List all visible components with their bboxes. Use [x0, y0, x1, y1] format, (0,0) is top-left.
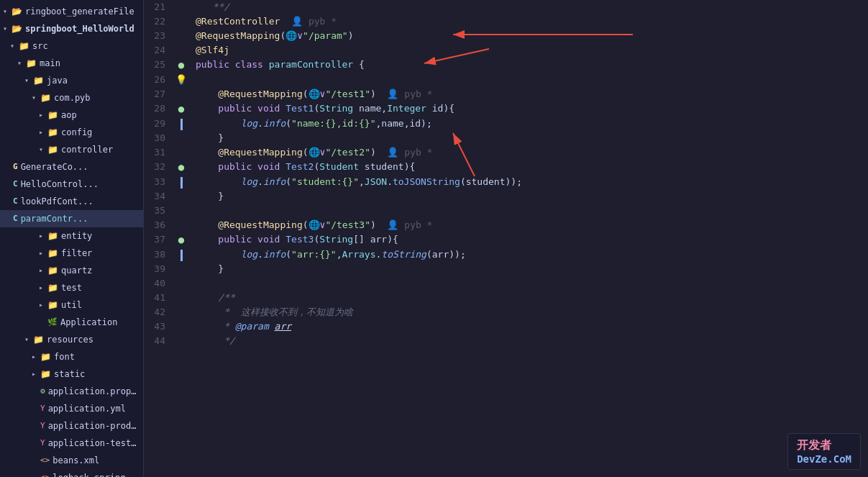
code-line-34: 34 } — [144, 189, 868, 204]
sidebar-item-resources[interactable]: 📁resources — [0, 331, 143, 348]
code-line-43: 43 * @param arr — [144, 319, 868, 334]
gutter-40[interactable] — [173, 276, 190, 291]
gutter-run-icon[interactable]: ● — [178, 161, 184, 173]
sidebar-label-lookPdfCont: lookPdfCont... — [21, 194, 93, 209]
gutter-28[interactable]: ● — [173, 101, 190, 117]
sidebar-item-Application[interactable]: 🌿Application — [0, 314, 143, 331]
sidebar-item-app-prod[interactable]: Yapplication-prod.ym... — [0, 417, 143, 435]
folder-icon-entity: 📁 — [47, 229, 58, 243]
gutter-35[interactable] — [173, 204, 190, 218]
gutter-33[interactable] — [173, 175, 190, 189]
code-line-25: 25●public class paramController { — [144, 58, 868, 73]
sidebar-label-quartz: quartz — [61, 263, 92, 278]
sidebar-item-com.pyb[interactable]: 📁com.pyb — [0, 89, 143, 106]
gutter-26[interactable]: 💡 — [173, 73, 190, 87]
gutter-41[interactable] — [173, 291, 190, 305]
gutter-38[interactable] — [173, 247, 190, 262]
sidebar-item-test[interactable]: 📁test — [0, 279, 143, 296]
sidebar-item-app-test[interactable]: Yapplication-test.ym... — [0, 435, 143, 452]
sidebar-item-app-props[interactable]: ⚙application.propert... — [0, 383, 143, 400]
code-line-26: 26💡 — [144, 73, 868, 87]
code-line-29: 29 log.info("name:{},id:{}",name,id); — [144, 117, 868, 131]
gutter-44[interactable] — [173, 334, 190, 348]
sidebar-label-controller: controller — [61, 142, 113, 157]
sidebar-label-font: font — [54, 350, 75, 364]
sidebar-item-controller[interactable]: 📁controller — [0, 141, 143, 158]
gutter-30[interactable] — [173, 131, 190, 145]
line-number-33: 33 — [144, 175, 173, 189]
code-content-29: log.info("name:{},id:{}",name,id); — [190, 117, 868, 131]
sidebar-item-quartz[interactable]: 📁quartz — [0, 262, 143, 279]
line-number-37: 37 — [144, 232, 173, 247]
sidebar-item-paramContro[interactable]: CparamContr... — [0, 210, 143, 227]
line-number-40: 40 — [144, 276, 173, 291]
code-content-26 — [190, 73, 868, 87]
code-line-22: 22@RestController 👤 pyb * — [144, 14, 868, 29]
sidebar-item-lookPdfCont[interactable]: ClookPdfCont... — [0, 193, 143, 210]
gutter-23[interactable] — [173, 29, 190, 43]
code-line-42: 42 * 这样接收不到，不知道为啥 — [144, 305, 868, 319]
sidebar-item-font[interactable]: 📁font — [0, 348, 143, 365]
sidebar-label-aop: aop — [61, 108, 77, 122]
gutter-32[interactable]: ● — [173, 160, 190, 175]
gutter-24[interactable] — [173, 43, 190, 58]
folder-icon-static: 📁 — [40, 367, 51, 381]
file-tree-sidebar[interactable]: 📂ringboot_generateFile📂springboot_HelloW… — [0, 0, 144, 477]
sidebar-item-GenerateCo[interactable]: GGenerateCo... — [0, 158, 143, 176]
sidebar-item-root-title[interactable]: 📂ringboot_generateFile — [0, 3, 143, 20]
line-number-42: 42 — [144, 305, 173, 319]
sidebar-item-beans-xml[interactable]: <>beans.xml — [0, 452, 143, 469]
sidebar-item-util[interactable]: 📁util — [0, 296, 143, 314]
sidebar-item-config[interactable]: 📁config — [0, 124, 143, 141]
line-number-36: 36 — [144, 218, 173, 232]
sidebar-item-src[interactable]: 📁src — [0, 37, 143, 55]
sidebar-item-logback-xml[interactable]: <>logback-spring.xml — [0, 469, 143, 477]
gutter-34[interactable] — [173, 189, 190, 204]
sidebar-item-static[interactable]: 📁static — [0, 365, 143, 383]
code-content-22: @RestController 👤 pyb * — [190, 14, 868, 29]
gutter-31[interactable] — [173, 145, 190, 160]
tree-arrow-root-title — [3, 4, 12, 19]
gutter-22[interactable] — [173, 14, 190, 29]
sidebar-item-java[interactable]: 📁java — [0, 72, 143, 89]
tree-arrow-src — [10, 39, 19, 53]
gutter-42[interactable] — [173, 305, 190, 319]
sidebar-label-src: src — [32, 39, 48, 53]
sidebar-item-main[interactable]: 📁main — [0, 55, 143, 72]
sidebar-item-aop[interactable]: 📁aop — [0, 106, 143, 124]
gutter-run-icon[interactable]: ● — [178, 103, 184, 114]
code-line-37: 37● public void Test3(String[] arr){ — [144, 232, 868, 247]
yaml-icon-app-yml: Y — [40, 401, 45, 416]
sidebar-item-app-yml[interactable]: Yapplication.yml — [0, 400, 143, 417]
folder-icon-test: 📁 — [47, 281, 58, 295]
sidebar-item-springboot[interactable]: 📂springboot_HelloWorld — [0, 20, 143, 37]
sidebar-item-filter[interactable]: 📁filter — [0, 245, 143, 262]
sidebar-label-util: util — [61, 298, 82, 312]
line-number-31: 31 — [144, 145, 173, 160]
gutter-29[interactable] — [173, 117, 190, 131]
sidebar-label-test: test — [61, 281, 82, 295]
sidebar-item-entity[interactable]: 📁entity — [0, 227, 143, 245]
gutter-dot-icon: ● — [178, 59, 184, 71]
folder-icon-quartz: 📁 — [47, 263, 58, 278]
gutter-37[interactable]: ● — [173, 232, 190, 247]
gutter-36[interactable] — [173, 218, 190, 232]
gutter-run-icon[interactable]: ● — [178, 234, 184, 245]
tree-arrow-springboot — [3, 22, 12, 36]
sidebar-item-HelloControl[interactable]: CHelloControl... — [0, 176, 143, 193]
gutter-27[interactable] — [173, 87, 190, 101]
sidebar-label-paramContro: paramContr... — [21, 212, 88, 226]
gutter-21[interactable] — [173, 0, 190, 14]
code-line-41: 41 /** — [144, 291, 868, 305]
gutter-25[interactable]: ● — [173, 58, 190, 73]
sidebar-label-entity: entity — [61, 229, 92, 243]
gutter-39[interactable] — [173, 262, 190, 276]
code-content-41: /** — [190, 291, 868, 305]
code-content-30: } — [190, 131, 868, 145]
code-editor[interactable]: 21 **/22@RestController 👤 pyb *23@Reques… — [144, 0, 868, 477]
sidebar-label-springboot: springboot_HelloWorld — [25, 22, 134, 36]
tree-arrow-static — [32, 367, 40, 381]
gutter-43[interactable] — [173, 319, 190, 334]
code-content-36: @RequestMapping(🌐∨"/test3") 👤 pyb * — [190, 218, 868, 232]
yaml-icon-app-test: Y — [40, 436, 45, 450]
